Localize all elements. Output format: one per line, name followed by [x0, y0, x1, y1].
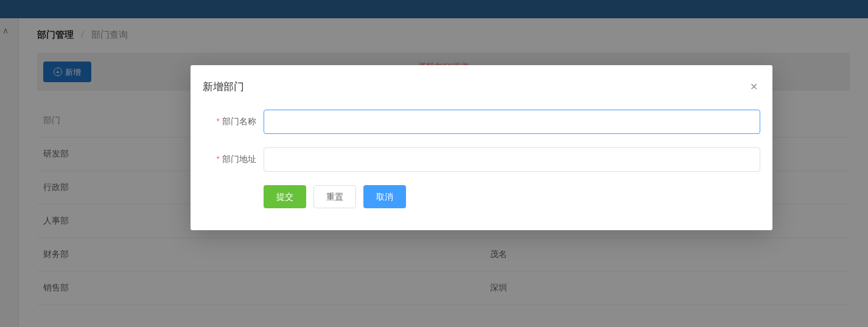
addr-label: *部门地址: [203, 154, 264, 165]
reset-button[interactable]: 重置: [313, 185, 356, 208]
dept-addr-input[interactable]: [264, 147, 760, 172]
name-label: *部门名称: [203, 116, 264, 127]
close-icon[interactable]: ✕: [747, 79, 760, 95]
modal-title: 新增部门: [203, 80, 244, 94]
dept-name-input[interactable]: [264, 110, 760, 134]
add-dept-modal: 新增部门 ✕ *部门名称 *部门地址 提交 重置 取消: [191, 65, 772, 230]
cancel-button[interactable]: 取消: [363, 185, 406, 208]
submit-button[interactable]: 提交: [264, 185, 306, 208]
